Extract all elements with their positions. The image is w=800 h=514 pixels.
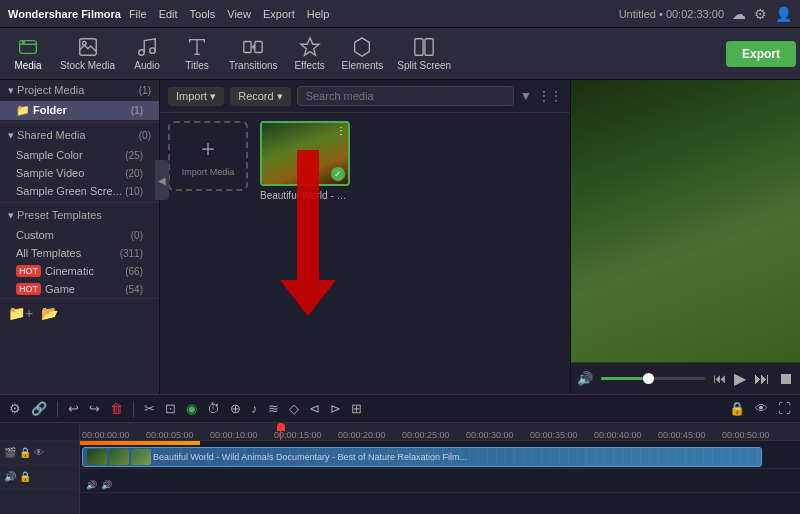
tl-redo-icon[interactable]: ↪ (86, 399, 103, 418)
svg-marker-8 (300, 38, 318, 55)
ruler-label-9: 00:00:45:00 (658, 430, 706, 440)
tl-zoom-fit-icon[interactable]: ⊞ (348, 399, 365, 418)
track-header-audio: 🔊 🔒 (0, 465, 79, 489)
preview-progress-bar[interactable] (601, 377, 705, 380)
tl-audio-icon[interactable]: ♪ (248, 399, 261, 418)
svg-point-5 (150, 48, 156, 53)
preview-play-icon[interactable]: ▶ (734, 369, 746, 388)
tl-markout-icon[interactable]: ⊳ (327, 399, 344, 418)
timeline-ruler: 00:00:00:00 00:00:05:00 00:00:10:00 00:0… (80, 423, 800, 441)
audio-volume-icon[interactable]: 🔊 (101, 480, 112, 490)
track-eye-icon[interactable]: 👁 (34, 447, 44, 458)
track-video-icon[interactable]: 🎬 (4, 447, 16, 458)
sidebar: ▾ Project Media (1) 📁 Folder (1) ▾ Share… (0, 80, 160, 394)
tool-titles[interactable]: Titles (173, 32, 221, 75)
tool-audio[interactable]: Audio (123, 32, 171, 75)
tl-color-icon[interactable]: ◉ (183, 399, 200, 418)
tl-delete-icon[interactable]: 🗑 (107, 399, 126, 418)
filter-icon[interactable]: ▼ (520, 89, 532, 103)
sidebar-section-shared-media[interactable]: ▾ Shared Media (0) (0, 125, 159, 146)
export-button[interactable]: Export (726, 41, 796, 67)
tl-markin-icon[interactable]: ⊲ (306, 399, 323, 418)
sidebar-item-sample-video[interactable]: Sample Video (20) (0, 164, 159, 182)
track-audio-lock-icon[interactable]: 🔒 (19, 471, 31, 482)
playhead[interactable] (280, 423, 281, 440)
ruler-label-5: 00:00:25:00 (402, 430, 450, 440)
audio-track-label: 🔊 (86, 480, 97, 490)
app-logo: Wondershare Filmora (8, 8, 121, 20)
tl-eye-icon[interactable]: 👁 (752, 399, 771, 418)
add-folder-icon[interactable]: 📁+ (8, 305, 33, 321)
playhead-head (277, 423, 285, 431)
media-toolbar: Import ▾ Record ▾ ▼ ⋮⋮ (160, 80, 570, 113)
sidebar-collapse-button[interactable]: ◀ (155, 160, 169, 200)
tool-elements[interactable]: Elements (336, 32, 390, 75)
tl-settings-icon[interactable]: ⚙ (6, 399, 24, 418)
toolbar: Media Stock Media Audio Titles Transitio… (0, 28, 800, 80)
preview-frame (571, 80, 800, 362)
tool-split[interactable]: Split Screen (391, 32, 457, 75)
preview-volume-icon[interactable]: 🔊 (577, 371, 593, 386)
sidebar-item-game[interactable]: HOT Game (54) (0, 280, 159, 298)
sidebar-item-cinematic[interactable]: HOT Cinematic (66) (0, 262, 159, 280)
ruler-label-10: 00:00:50:00 (722, 430, 770, 440)
sidebar-section-project-media[interactable]: ▾ Project Media (1) (0, 80, 159, 101)
media-thumbnail-0[interactable]: ⋮ ✓ Beautiful World - Wild A... (260, 121, 350, 201)
tl-keyframe-icon[interactable]: ◇ (286, 399, 302, 418)
clip-label: Beautiful World - Wild Animals Documenta… (153, 452, 467, 462)
search-input[interactable] (297, 86, 514, 106)
sidebar-section-preset-templates[interactable]: ▾ Preset Templates (0, 205, 159, 226)
tool-transitions[interactable]: Transitions (223, 32, 284, 75)
top-bar-left: Wondershare Filmora File Edit Tools View… (8, 8, 329, 20)
menu-edit[interactable]: Edit (159, 8, 178, 20)
media-panel: Import ▾ Record ▾ ▼ ⋮⋮ + Import Media ⋮ … (160, 80, 570, 394)
tl-link-icon[interactable]: 🔗 (28, 399, 50, 418)
sidebar-item-all-templates[interactable]: All Templates (311) (0, 244, 159, 262)
settings-icon[interactable]: ⚙ (754, 6, 767, 22)
video-clip-0[interactable]: Beautiful World - Wild Animals Documenta… (82, 447, 762, 467)
main-content: ▾ Project Media (1) 📁 Folder (1) ▾ Share… (0, 80, 800, 394)
record-button[interactable]: Record ▾ (230, 87, 290, 106)
import-button[interactable]: Import ▾ (168, 87, 224, 106)
tool-stock[interactable]: Stock Media (54, 32, 121, 75)
tl-lock-icon[interactable]: 🔒 (726, 399, 748, 418)
tool-effects[interactable]: Effects (286, 32, 334, 75)
grid-icon[interactable]: ⋮⋮ (538, 89, 562, 103)
ruler-label-6: 00:00:30:00 (466, 430, 514, 440)
thumb-menu-icon[interactable]: ⋮ (336, 125, 346, 136)
sidebar-item-folder[interactable]: 📁 Folder (1) (0, 101, 159, 120)
playback-indicator (80, 441, 800, 445)
preview-stop-icon[interactable]: ⏹ (778, 370, 794, 388)
sidebar-item-sample-color[interactable]: Sample Color (25) (0, 146, 159, 164)
audio-track-row: 🔊 🔊 (80, 469, 800, 493)
import-placeholder[interactable]: + Import Media (168, 121, 248, 191)
sidebar-bottom: 📁+ 📂 (0, 298, 159, 327)
tl-motion-icon[interactable]: ≋ (265, 399, 282, 418)
tl-speed-icon[interactable]: ⏱ (204, 399, 223, 418)
menu-help[interactable]: Help (307, 8, 330, 20)
tl-sep-1 (57, 401, 58, 417)
menu-view[interactable]: View (227, 8, 251, 20)
tl-crop-icon[interactable]: ⊡ (162, 399, 179, 418)
menu-export[interactable]: Export (263, 8, 295, 20)
ruler-label-0: 00:00:00:00 (82, 430, 130, 440)
preview-rewind-icon[interactable]: ⏮ (713, 371, 726, 386)
tool-media[interactable]: Media (4, 32, 52, 75)
cloud-icon[interactable]: ☁ (732, 6, 746, 22)
tl-cut-icon[interactable]: ✂ (141, 399, 158, 418)
menu-file[interactable]: File (129, 8, 147, 20)
sidebar-item-custom[interactable]: Custom (0) (0, 226, 159, 244)
sidebar-item-sample-green[interactable]: Sample Green Scre... (10) (0, 182, 159, 200)
menu-tools[interactable]: Tools (190, 8, 216, 20)
tl-stabilize-icon[interactable]: ⊕ (227, 399, 244, 418)
track-audio-icon[interactable]: 🔊 (4, 471, 16, 482)
preview-forward-icon[interactable]: ⏭ (754, 370, 770, 388)
account-icon[interactable]: 👤 (775, 6, 792, 22)
tl-sep-2 (133, 401, 134, 417)
track-lock-icon[interactable]: 🔒 (19, 447, 31, 458)
folder-icon[interactable]: 📂 (41, 305, 58, 321)
svg-rect-11 (425, 39, 433, 56)
tl-fullscreen-icon[interactable]: ⛶ (775, 399, 794, 418)
preview-progress-thumb (643, 373, 654, 384)
tl-undo-icon[interactable]: ↩ (65, 399, 82, 418)
